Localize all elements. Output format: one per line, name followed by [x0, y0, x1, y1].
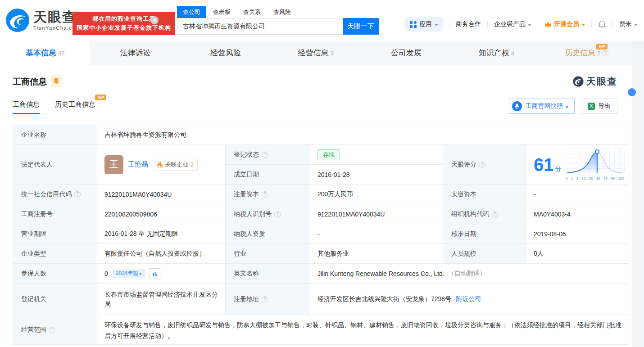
field-label-score: 天眼评分 [443, 145, 526, 185]
approval-date: 2019-08-06 [534, 230, 566, 238]
score-value: 61 [534, 155, 554, 175]
vip-badge: VIP [596, 44, 608, 50]
label-text: 注册地址 [234, 295, 259, 303]
help-icon[interactable] [74, 191, 81, 198]
field-label-reg-authority: 登记机关 [13, 284, 96, 315]
enterprise-products-menu[interactable]: 企业级产品 [494, 20, 531, 28]
field-value-taxpayer-id: 91220101MA0Y40034U [309, 204, 443, 224]
field-label-credit-code: 统一社会信用代码 [13, 185, 96, 204]
help-icon[interactable] [49, 327, 55, 333]
crown-icon [544, 21, 552, 27]
label-text: 行业 [234, 250, 246, 258]
promo-line2: 国家中小企业发展子基金旗下机构 [77, 23, 171, 32]
floating-widget-button[interactable] [628, 88, 636, 96]
subtab-business-info[interactable]: 工商信息 [13, 100, 40, 114]
search-tab-risk[interactable]: 查风险 [268, 6, 297, 18]
tab-count: 2 [597, 50, 600, 57]
subscribe-bell-button[interactable] [50, 75, 62, 87]
legal-rep-name-link[interactable]: 王艳晶 [128, 160, 148, 169]
tab-operating-risk[interactable]: 经营风险 [181, 41, 271, 65]
help-icon[interactable] [479, 162, 485, 168]
help-icon[interactable] [262, 296, 268, 302]
org-code: MA0Y4003-4 [534, 211, 571, 218]
legal-rep-avatar[interactable]: 王 [104, 155, 123, 174]
promo-banner: 都在用的商业查询工具 国家中小企业发展子基金旗下机构 [73, 12, 175, 35]
english-name: Jilin Kunteng Renewable Resources Co., L… [317, 270, 444, 277]
field-label-org-code: 组织机构代码 [443, 204, 526, 224]
label-text: 法定代表人 [21, 161, 53, 169]
field-value-score: 61分 [526, 145, 629, 185]
related-companies-badge[interactable]: 关联企业 2 [153, 159, 198, 171]
industry: 其他服务业 [317, 250, 349, 258]
page: 天眼查 TianYanCha.com 都在用的商业查询工具 国家中小企业发展子基… [0, 0, 644, 347]
export-button[interactable]: 导出 [581, 99, 617, 114]
tab-company-development[interactable]: 公司发展 [361, 41, 451, 65]
score-axis-ticks: 0 1 3 15 50 85 97 99 100 [565, 176, 625, 180]
field-value-legal-rep: 王 王艳晶 关联企业 2 [96, 145, 226, 185]
help-icon[interactable] [274, 211, 281, 217]
field-value-company-type: 有限责任公司（自然人投资或控股） [96, 244, 226, 264]
label-text: 经营范围 [21, 326, 46, 334]
tianyancha-watermark: 天眼查 [573, 75, 617, 88]
notification-bell-icon[interactable] [598, 20, 606, 29]
field-label-reg-status: 登记状态 [226, 145, 309, 165]
open-vip-menu[interactable]: 开通会员 [544, 20, 585, 28]
tab-basic-info[interactable]: 基本信息 32 [0, 41, 90, 65]
tick: 97 [603, 176, 608, 180]
tick: 99 [611, 176, 615, 180]
annual-report-link[interactable]: 2024年报 ▸ [113, 269, 145, 278]
label-text: 英文名称 [234, 270, 259, 278]
search-button[interactable]: 天眼一下 [343, 18, 379, 35]
insured-trend-chart-button[interactable] [150, 268, 160, 279]
field-value-org-code: MA0Y4003-4 [526, 204, 629, 224]
tab-intellectual-property[interactable]: 知识产权 4 [451, 41, 541, 65]
reg-number: 220108200509806 [104, 211, 157, 218]
tick: 15 [581, 176, 585, 180]
tick: 1 [571, 176, 573, 180]
scrollbar-gutter[interactable] [632, 41, 644, 347]
help-icon[interactable] [262, 152, 268, 158]
help-icon[interactable] [262, 191, 268, 198]
bell-icon [53, 77, 59, 85]
help-icon[interactable] [602, 50, 608, 56]
reg-address: 经济开发区长吉北线兴隆大街（安龙泉）7298号 [317, 295, 451, 303]
tab-legal-proceedings[interactable]: 法律诉讼 [90, 41, 180, 65]
tab-history-info[interactable]: VIP 历史信息 2 [542, 41, 632, 65]
clear-search-icon[interactable] [150, 16, 159, 24]
apps-menu[interactable]: 应用 [405, 17, 443, 32]
official-snapshot-button[interactable]: 工商官网快照 ▸ [509, 99, 575, 114]
chevron-down-icon [634, 24, 638, 26]
tab-operating-info[interactable]: 经营信息 3 [271, 41, 361, 65]
paid-capital: - [534, 191, 536, 198]
search-tab-company[interactable]: 查公司 [177, 6, 206, 18]
search-input[interactable] [177, 18, 343, 35]
arrow-right-icon: ▸ [140, 271, 142, 276]
field-value-industry: 其他服务业 [309, 244, 443, 264]
field-label-taxpayer-id: 纳税人识别号 [226, 204, 309, 224]
user-menu[interactable]: 费米 [619, 20, 638, 28]
company-name: 吉林省坤腾再生资源有限公司 [104, 131, 186, 139]
brand-logo[interactable]: 天眼查 TianYanCha.com [5, 8, 81, 32]
search-tab-boss[interactable]: 查老板 [207, 6, 236, 18]
tab-label: 经营信息 [298, 48, 329, 58]
taxpayer-quality: - [317, 230, 320, 238]
business-cooperation-link[interactable]: 商务合作 [456, 20, 481, 28]
score-distribution-chart: 0 1 3 15 50 85 97 99 100 [565, 149, 625, 180]
subtab-history-business-info[interactable]: VIP 历史工商信息 [55, 100, 95, 114]
help-icon[interactable] [492, 211, 498, 217]
label-text: 纳税人识别号 [234, 210, 272, 218]
field-label-staff-size: 人员规模 [443, 244, 526, 264]
field-label-business-term: 营业期限 [13, 224, 96, 244]
search-tab-relation[interactable]: 查关系 [237, 6, 267, 18]
divider [591, 21, 592, 28]
label-text: 成立日期 [234, 171, 259, 179]
nearby-companies-link[interactable]: 附近公司 [456, 295, 481, 303]
field-value-business-scope: 环保设备研发与销售，废旧纺织品研发与销售，防寒大棚被加工与销售，时装、针织品、钢… [96, 315, 629, 345]
top-nav: 应用 商务合作 企业级产品 开通会员 [405, 17, 638, 32]
credit-code: 91220101MA0Y40034U [104, 191, 172, 198]
tick: 100 [618, 176, 624, 180]
tab-label: 经营风险 [210, 48, 241, 58]
label-text: 统一社会信用代码 [21, 190, 72, 198]
promo-line1: 都在用的商业查询工具 [92, 14, 155, 23]
header: 天眼查 TianYanCha.com 都在用的商业查询工具 国家中小企业发展子基… [0, 0, 644, 41]
